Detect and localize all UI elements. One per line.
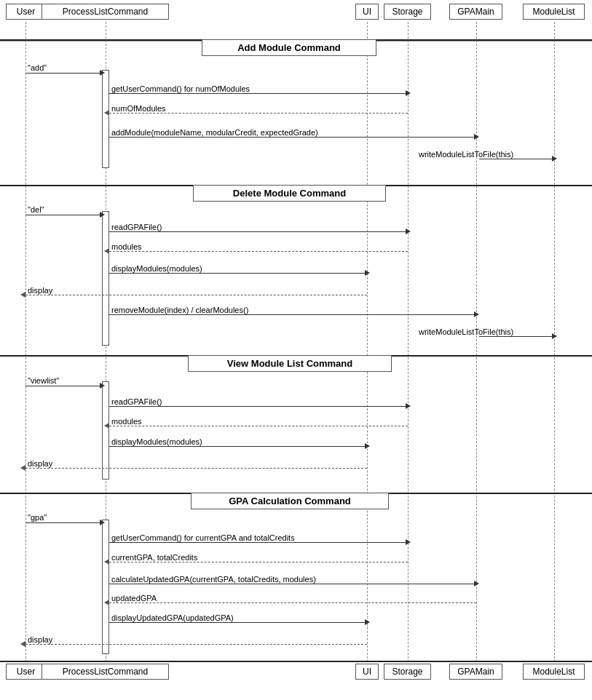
del-writeFile-arrowhead — [552, 333, 557, 339]
del-display-label: display — [28, 286, 52, 295]
view-displayModules-label: displayModules(modules) — [111, 437, 202, 446]
gpa-display-arrowhead — [20, 641, 25, 647]
gpa-getUserCmd-label: getUserCommand() for currentGPA and tota… — [111, 533, 295, 542]
delete-module-label: Delete Module Command — [193, 185, 386, 202]
del-msg-label: "del" — [28, 205, 44, 214]
lifeline-modulelist-top: ModuleList — [523, 4, 585, 20]
gpa-displayUpdatedGPA-label: displayUpdatedGPA(updatedGPA) — [111, 613, 234, 622]
gpa-updatedGPA-label: updatedGPA — [111, 594, 157, 602]
gpa-msg-arrow — [25, 522, 102, 523]
del-display-arrow — [25, 295, 367, 295]
del-modules-arrowhead — [104, 248, 109, 254]
add-numOfModules-arrow — [109, 113, 408, 114]
gpa-activation-plc — [102, 520, 109, 654]
lifeline-ui-line — [367, 22, 368, 677]
gpa-calcGPA-label: calculateUpdatedGPA(currentGPA, totalCre… — [111, 575, 316, 584]
delete-activation-plc — [102, 211, 109, 346]
add-addModule-arrow — [109, 137, 476, 138]
add-msg-label: "add" — [28, 63, 47, 72]
view-modules-label: modules — [111, 417, 142, 426]
del-readGPA-label: readGPAFile() — [111, 223, 162, 231]
view-activation-plc — [102, 381, 109, 480]
lifeline-plc-bottom: ProcessListCommand — [42, 664, 169, 680]
add-getUserCmd-label: getUserCommand() for numOfModules — [111, 84, 250, 93]
lifeline-user-bottom: User — [6, 664, 46, 680]
add-module-label: Add Module Command — [202, 39, 376, 56]
del-readGPA-arrow — [109, 231, 408, 232]
gpa-display-arrow — [25, 644, 367, 645]
gpa-calcGPA-arrow — [109, 584, 476, 584]
view-readGPA-arrow — [109, 406, 408, 407]
lifeline-user-top: User — [6, 4, 46, 20]
gpa-currentGPA-label: currentGPA, totalCredits — [111, 553, 197, 562]
del-msg-arrowhead — [100, 212, 105, 218]
del-msg-arrow — [25, 215, 102, 215]
lifeline-storage-top: Storage — [384, 4, 431, 20]
add-getUserCmd-arrow — [109, 93, 408, 94]
lifeline-ui-bottom: UI — [355, 664, 379, 680]
del-displayModules-arrowhead — [365, 270, 370, 276]
view-displayModules-arrow — [109, 446, 367, 447]
lifeline-storage-bottom: Storage — [384, 664, 431, 680]
add-writeFile-arrow — [479, 159, 554, 159]
lifeline-modulelist-bottom: ModuleList — [523, 664, 585, 680]
lifeline-plc-top: ProcessListCommand — [42, 4, 169, 20]
view-msg-label: "viewlist" — [28, 376, 59, 385]
gpa-calcGPA-arrowhead — [474, 581, 479, 586]
add-addModule-arrowhead — [474, 134, 479, 140]
gpa-displayUpdatedGPA-arrow — [109, 622, 367, 623]
add-writeFile-label: writeModuleListToFile(this) — [419, 150, 513, 159]
lifeline-gpamain-bottom: GPAMain — [449, 664, 502, 680]
view-readGPA-arrowhead — [406, 403, 411, 409]
add-addModule-label: addModule(moduleName, modularCredit, exp… — [111, 128, 318, 137]
gpa-calc-label: GPA Calculation Command — [191, 493, 389, 509]
view-modules-arrowhead — [104, 423, 109, 429]
lifeline-modulelist-line — [554, 22, 555, 677]
lifeline-user-line — [25, 22, 26, 677]
del-removeModule-label: removeModule(index) / clearModules() — [111, 306, 248, 314]
add-msg-arrow — [25, 73, 102, 73]
gpa-updatedGPA-arrow — [109, 602, 476, 603]
view-display-arrowhead — [20, 465, 25, 471]
view-display-arrow — [25, 468, 367, 469]
lifeline-ui-top: UI — [355, 4, 379, 20]
add-numOfModules-arrowhead — [104, 110, 109, 116]
gpa-currentGPA-arrow — [109, 562, 408, 562]
gpa-display-label: display — [28, 635, 52, 644]
add-getUserCmd-arrowhead — [406, 90, 411, 96]
view-displayModules-arrowhead — [365, 443, 370, 449]
del-displayModules-label: displayModules(modules) — [111, 264, 202, 273]
del-writeFile-arrow — [479, 336, 554, 337]
add-activation-plc — [102, 70, 109, 168]
gpa-displayUpdatedGPA-arrowhead — [365, 619, 370, 625]
view-msg-arrowhead — [100, 383, 105, 389]
diagram-container: User ProcessListCommand UI Storage GPAMa… — [0, 0, 592, 700]
add-numOfModules-label: numOfModules — [111, 104, 166, 113]
view-display-label: display — [28, 459, 52, 468]
del-writeFile-label: writeModuleListToFile(this) — [419, 327, 513, 336]
lifeline-gpamain-top: GPAMain — [449, 4, 502, 20]
lifeline-storage-line — [408, 22, 409, 677]
del-modules-arrow — [109, 251, 408, 252]
gpa-msg-label: "gpa" — [28, 513, 47, 522]
gpa-getUserCmd-arrow — [109, 542, 408, 543]
gpa-currentGPA-arrowhead — [104, 559, 109, 565]
add-msg-arrowhead — [100, 70, 105, 76]
view-module-label: View Module List Command — [188, 355, 392, 372]
gpa-updatedGPA-arrowhead — [104, 600, 109, 605]
del-displayModules-arrow — [109, 273, 367, 274]
add-writeFile-arrowhead — [552, 156, 557, 162]
lifeline-gpamain-line — [476, 22, 477, 677]
del-readGPA-arrowhead — [406, 228, 411, 234]
gpa-getUserCmd-arrowhead — [406, 539, 411, 545]
del-modules-label: modules — [111, 242, 142, 251]
del-display-arrowhead — [20, 292, 25, 298]
view-msg-arrow — [25, 386, 102, 386]
gpa-msg-arrowhead — [100, 520, 105, 525]
bottom-line — [0, 661, 592, 662]
view-readGPA-label: readGPAFile() — [111, 397, 162, 406]
del-removeModule-arrowhead — [474, 311, 479, 317]
del-removeModule-arrow — [109, 314, 476, 315]
view-modules-arrow — [109, 426, 408, 426]
